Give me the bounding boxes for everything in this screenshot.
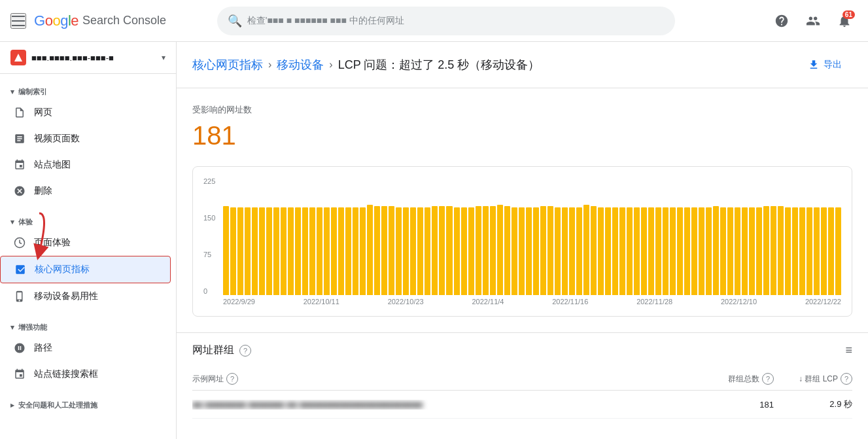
chart-bar	[483, 206, 489, 295]
chart-bar	[583, 205, 589, 295]
chart-bar	[468, 207, 474, 295]
sidebar-item-label: 页面体验	[34, 237, 71, 249]
lcp-help-icon[interactable]: ?	[841, 373, 852, 385]
chart-bar	[526, 207, 532, 295]
chart-bar	[367, 205, 373, 295]
chart-bar	[648, 207, 654, 295]
cell-url: ■■ ■■■■■■■■ ■■■■■■■ ■■ ■■■■■■■■■■■■■■■■■…	[192, 400, 695, 410]
chart-area	[223, 177, 841, 295]
section-title-experience: 体验	[18, 217, 33, 227]
mobile-icon	[13, 290, 26, 303]
url-help-icon[interactable]: ?	[226, 373, 238, 385]
topbar-actions: 61	[769, 8, 858, 34]
sidebar-item-label: 路径	[34, 342, 52, 354]
url-groups-help-icon[interactable]: ?	[239, 345, 251, 357]
experience-icon	[13, 236, 26, 249]
sidebar-section-index[interactable]: ▾ 编制索引	[0, 79, 176, 99]
chart-x-labels: 2022/9/29 2022/10/11 2022/10/23 2022/11/…	[223, 298, 841, 306]
sidebar-item-video-pages[interactable]: 视频页面数	[0, 126, 171, 152]
chart-bar	[605, 207, 611, 295]
chart-bar	[627, 207, 633, 295]
chart-bar	[799, 207, 805, 295]
sidebar-item-core-web-vitals[interactable]: 核心网页指标	[0, 256, 171, 283]
help-button[interactable]	[769, 8, 795, 34]
site-name: ■■■.■■■■.■■■-■■■-■	[31, 53, 156, 63]
chart-bar	[389, 206, 394, 295]
chart-bar	[396, 207, 402, 295]
chart-bar	[713, 206, 719, 295]
sidebar-section-experience[interactable]: ▾ 体验	[0, 209, 176, 230]
sidebar-item-removal[interactable]: 删除	[0, 178, 171, 204]
sidebar-section-security[interactable]: ▸ 安全问题和人工处理措施	[0, 393, 176, 413]
main-content: 核心网页指标 › 移动设备 › LCP 问题：超过了 2.5 秒（移动设备） 导…	[177, 42, 868, 439]
chart-bar	[490, 206, 496, 295]
sidebar-item-breadcrumbs[interactable]: 路径	[0, 335, 171, 361]
chart-bar	[374, 206, 380, 295]
chart-bar	[540, 206, 546, 295]
notifications-button[interactable]: 61	[831, 8, 858, 34]
breadcrumb-sep-1: ›	[268, 59, 271, 71]
sidebar-item-page-experience[interactable]: 页面体验	[0, 230, 171, 256]
breadcrumb-link-1[interactable]: 核心网页指标	[192, 57, 263, 73]
chart-bar	[425, 207, 430, 295]
chart-wrapper: 225 150 75 0 2022/9/29 2022/10/11 2022/1…	[203, 177, 841, 306]
chart-y-labels: 225 150 75 0	[203, 177, 215, 295]
accounts-button[interactable]	[800, 8, 826, 34]
cell-total: 181	[695, 400, 774, 410]
breadcrumb: 核心网页指标 › 移动设备 › LCP 问题：超过了 2.5 秒（移动设备）	[192, 57, 540, 73]
sidebar-item-label: 站点地图	[34, 159, 71, 171]
chart-bar	[720, 207, 726, 295]
chart-bar	[792, 207, 798, 295]
chart-bar	[461, 207, 467, 295]
chart-bar	[410, 207, 416, 295]
section-title-enhancements: 增强功能	[18, 323, 47, 332]
x-label-6: 2022/11/28	[636, 298, 672, 306]
chart-bar	[749, 207, 755, 295]
chart-bar	[785, 207, 791, 295]
chart-bar	[381, 206, 387, 295]
chart-bar	[641, 207, 647, 295]
y-label-150: 150	[203, 214, 215, 222]
filter-icon[interactable]: ≡	[845, 343, 852, 357]
x-label-4: 2022/11/4	[472, 298, 504, 306]
logo[interactable]: Google Search Console	[34, 12, 166, 29]
sidebar: ■■■.■■■■.■■■-■■■-■ ▾ ▾ 编制索引 网页 视频页面数 站点地…	[0, 42, 177, 439]
export-button[interactable]: 导出	[797, 54, 852, 76]
section-title-security: 安全问题和人工处理措施	[18, 400, 97, 410]
chart-bar	[619, 207, 625, 295]
vitals-icon	[14, 263, 27, 276]
sidebar-item-label: 网页	[34, 107, 52, 118]
chart-bar	[353, 207, 358, 295]
sidebar-item-mobile-usability[interactable]: 移动设备易用性	[0, 283, 171, 309]
sidebar-item-sitemap[interactable]: 站点地图	[0, 152, 171, 178]
export-label: 导出	[824, 59, 842, 71]
chart-bar	[598, 207, 604, 295]
remove-icon	[13, 184, 26, 198]
chart-bar	[821, 207, 827, 295]
search-bar[interactable]: 🔍 检查'■■■ ■ ■■■■■■ ■■■ 中的任何网址	[217, 7, 675, 35]
y-label-0: 0	[203, 287, 215, 295]
stats-label: 受影响的网址数	[192, 104, 852, 116]
chart-bar	[763, 206, 769, 295]
chart-bar	[331, 207, 337, 295]
breadcrumb-link-2[interactable]: 移动设备	[277, 57, 324, 73]
sidebar-item-webpages[interactable]: 网页	[0, 99, 171, 126]
chart-bar	[699, 207, 704, 295]
sidebar-item-sitelinks[interactable]: 站点链接搜索框	[0, 361, 171, 387]
main-layout: ■■■.■■■■.■■■-■■■-■ ▾ ▾ 编制索引 网页 视频页面数 站点地…	[0, 42, 868, 439]
menu-button[interactable]	[10, 13, 26, 29]
page-icon	[13, 106, 26, 119]
chart-bar	[547, 206, 553, 295]
site-favicon	[10, 50, 26, 65]
total-help-icon[interactable]: ?	[762, 373, 774, 385]
chart-bar	[237, 207, 243, 295]
section-header: 网址群组 ? ≡	[192, 343, 852, 357]
chart-bar	[345, 207, 351, 295]
chart-bar	[828, 207, 834, 295]
sitemap-icon	[13, 158, 26, 171]
content-header: 核心网页指标 › 移动设备 › LCP 问题：超过了 2.5 秒（移动设备） 导…	[177, 42, 868, 88]
x-label-8: 2022/12/22	[805, 298, 841, 306]
table-row[interactable]: ■■ ■■■■■■■■ ■■■■■■■ ■■ ■■■■■■■■■■■■■■■■■…	[192, 391, 852, 419]
sidebar-section-enhancements[interactable]: ▾ 增强功能	[0, 315, 176, 335]
site-selector[interactable]: ■■■.■■■■.■■■-■■■-■ ▾	[0, 42, 176, 74]
